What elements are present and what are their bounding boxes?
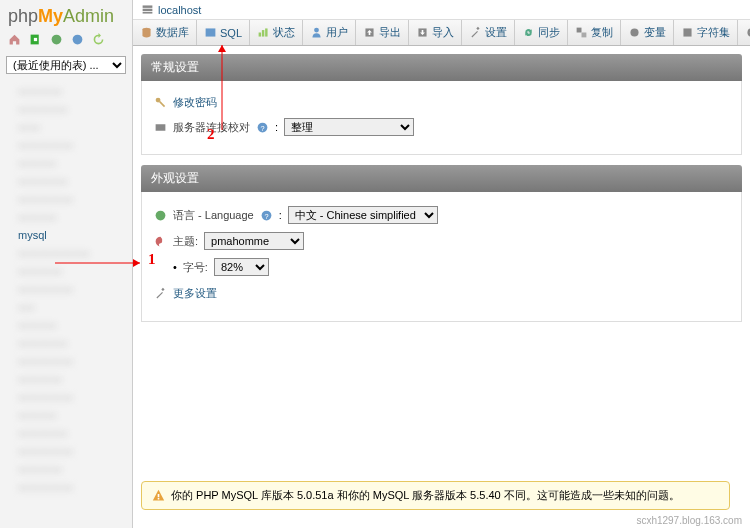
db-item[interactable]: xxx: [2, 298, 130, 316]
svg-rect-7: [206, 28, 216, 36]
logout-icon[interactable]: [29, 33, 42, 46]
content-area: 常规设置 修改密码 服务器连接校对 ? : 整理 外观设置 语言 - Langu…: [133, 46, 750, 340]
engine-icon: [745, 26, 750, 39]
wrench-icon: [469, 26, 482, 39]
language-icon: [154, 209, 167, 222]
db-item[interactable]: xxxxxxx: [2, 154, 130, 172]
db-item[interactable]: xxxxxxxx: [2, 82, 130, 100]
tab-status[interactable]: 状态: [250, 20, 303, 45]
tab-bar: 数据库 SQL 状态 用户 导出 导入 设置 同步 复制 变量 字符集 引擎: [133, 20, 750, 46]
version-warning: 你的 PHP MySQL 库版本 5.0.51a 和你的 MySQL 服务器版本…: [141, 481, 730, 510]
svg-rect-14: [577, 28, 582, 33]
tab-sync[interactable]: 同步: [515, 20, 568, 45]
db-item[interactable]: xxxxxxxx: [2, 460, 130, 478]
svg-rect-17: [683, 28, 691, 36]
general-settings-header: 常规设置: [141, 54, 742, 81]
svg-text:?: ?: [260, 123, 264, 132]
export-icon: [363, 26, 376, 39]
svg-rect-21: [156, 124, 166, 131]
tab-charsets[interactable]: 字符集: [674, 20, 738, 45]
collation-icon: [154, 121, 167, 134]
tab-databases[interactable]: 数据库: [133, 20, 197, 45]
reload-icon[interactable]: [92, 33, 105, 46]
db-item[interactable]: xxxxxxx: [2, 316, 130, 334]
svg-point-24: [156, 210, 166, 220]
breadcrumb-host[interactable]: localhost: [158, 4, 201, 16]
theme-label: 主题:: [173, 234, 198, 249]
main: localhost 数据库 SQL 状态 用户 导出 导入 设置 同步 复制 变…: [133, 0, 750, 528]
nav-toolbar: [0, 31, 132, 52]
db-item[interactable]: xxxxxxxxxxxxx: [2, 244, 130, 262]
svg-rect-9: [262, 30, 264, 37]
logo: phpMyAdmin: [0, 0, 132, 31]
server-icon: [141, 3, 154, 16]
language-label: 语言 - Language: [173, 208, 254, 223]
tab-engines[interactable]: 引擎: [738, 20, 750, 45]
watermark: scxh1297.blog.163.com: [636, 515, 742, 526]
general-settings-body: 修改密码 服务器连接校对 ? : 整理: [141, 81, 742, 155]
svg-point-11: [314, 28, 319, 33]
database-list: xxxxxxxx xxxxxxxxx xxxx xxxxxxxxxx xxxxx…: [0, 78, 132, 500]
tab-sql[interactable]: SQL: [197, 20, 250, 45]
db-item[interactable]: xxxxxxxxx: [2, 424, 130, 442]
tab-settings[interactable]: 设置: [462, 20, 515, 45]
svg-point-2: [73, 35, 83, 45]
more-settings-link[interactable]: 更多设置: [173, 286, 217, 301]
tab-import[interactable]: 导入: [409, 20, 462, 45]
sql-tab-icon: [204, 26, 217, 39]
db-item[interactable]: xxxxxxxxxx: [2, 352, 130, 370]
db-item[interactable]: xxxxxxxxxx: [2, 478, 130, 496]
variables-icon: [628, 26, 641, 39]
db-item[interactable]: xxxx: [2, 118, 130, 136]
fontsize-select[interactable]: 82%: [214, 258, 269, 276]
tab-replication[interactable]: 复制: [568, 20, 621, 45]
theme-select[interactable]: pmahomme: [204, 232, 304, 250]
users-icon: [310, 26, 323, 39]
db-item[interactable]: xxxxxxxxxx: [2, 280, 130, 298]
key-icon: [154, 96, 167, 109]
db-item-mysql[interactable]: mysql: [2, 226, 130, 244]
db-item[interactable]: xxxxxxxxx: [2, 172, 130, 190]
sync-icon: [522, 26, 535, 39]
sql-icon[interactable]: [50, 33, 63, 46]
status-icon: [257, 26, 270, 39]
collation-select[interactable]: 整理: [284, 118, 414, 136]
svg-rect-8: [259, 33, 261, 37]
svg-text:?: ?: [264, 211, 268, 220]
import-icon: [416, 26, 429, 39]
docs-icon[interactable]: [71, 33, 84, 46]
recent-tables-select[interactable]: (最近使用的表) ...: [6, 56, 126, 74]
help-icon[interactable]: ?: [260, 209, 273, 222]
db-item[interactable]: xxxxxxxxxx: [2, 388, 130, 406]
db-item[interactable]: xxxxxxxx: [2, 262, 130, 280]
db-item[interactable]: xxxxxxxxxx: [2, 136, 130, 154]
charset-icon: [681, 26, 694, 39]
wrench-icon: [154, 287, 167, 300]
home-icon[interactable]: [8, 33, 21, 46]
warning-icon: [152, 489, 165, 502]
db-item[interactable]: xxxxxxxxxx: [2, 190, 130, 208]
replication-icon: [575, 26, 588, 39]
appearance-settings-header: 外观设置: [141, 165, 742, 192]
fontsize-label: 字号:: [183, 260, 208, 275]
svg-rect-10: [265, 28, 267, 36]
tab-export[interactable]: 导出: [356, 20, 409, 45]
db-item[interactable]: xxxxxxx: [2, 406, 130, 424]
svg-rect-5: [143, 12, 153, 14]
db-item[interactable]: xxxxxxxxxx: [2, 442, 130, 460]
svg-point-1: [52, 35, 62, 45]
db-item[interactable]: xxxxxxx: [2, 208, 130, 226]
svg-rect-15: [582, 33, 587, 38]
db-item[interactable]: xxxxxxxxx: [2, 334, 130, 352]
change-password-link[interactable]: 修改密码: [173, 95, 217, 110]
tab-variables[interactable]: 变量: [621, 20, 674, 45]
appearance-settings-body: 语言 - Language ? : 中文 - Chinese simplifie…: [141, 192, 742, 322]
theme-icon: [154, 235, 167, 248]
help-icon[interactable]: ?: [256, 121, 269, 134]
db-item[interactable]: xxxxxxxxx: [2, 100, 130, 118]
db-item[interactable]: xxxxxxxx: [2, 370, 130, 388]
tab-users[interactable]: 用户: [303, 20, 356, 45]
svg-point-16: [630, 28, 638, 36]
collation-label: 服务器连接校对: [173, 120, 250, 135]
language-select[interactable]: 中文 - Chinese simplified: [288, 206, 438, 224]
